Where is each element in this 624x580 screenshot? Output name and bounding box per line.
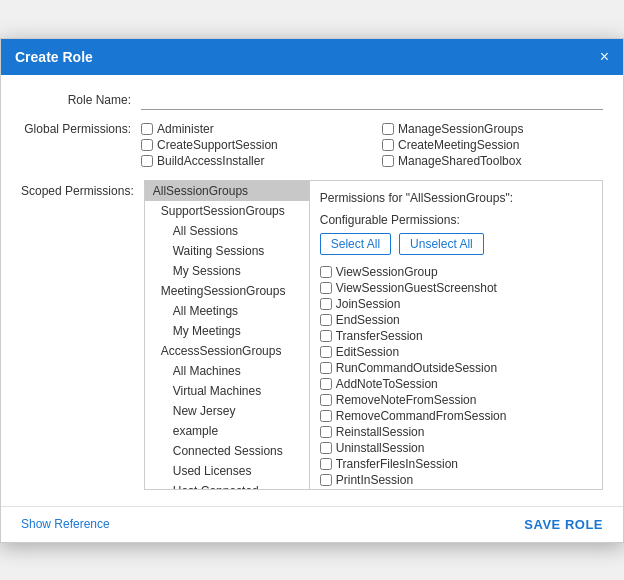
perm-item-view_session_guest_screenshot: ViewSessionGuestScreenshot [320,281,592,295]
global-perm-item-build_access_installer: BuildAccessInstaller [141,154,362,168]
scoped-list-item[interactable]: My Meetings [145,321,309,341]
scoped-list-item[interactable]: My Sessions [145,261,309,281]
perm-item-remove_note_from_session: RemoveNoteFromSession [320,393,592,407]
scoped-list-item[interactable]: Used Licenses [145,461,309,481]
global-perm-item-manage_shared_toolbox: ManageSharedToolbox [382,154,603,168]
scoped-list-item[interactable]: All Meetings [145,301,309,321]
perm-item-run_command_outside_session: RunCommandOutsideSession [320,361,592,375]
global-perm-item-create_meeting_session: CreateMeetingSession [382,138,603,152]
perm-label-uninstall_session: UninstallSession [336,441,425,455]
perm-label-run_command_outside_session: RunCommandOutsideSession [336,361,497,375]
scoped-permissions-label: Scoped Permissions: [21,180,144,198]
perm-label-join_session: JoinSession [336,297,401,311]
unselect-all-button[interactable]: Unselect All [399,233,484,255]
perm-item-end_session: EndSession [320,313,592,327]
perm-checkbox-uninstall_session[interactable] [320,442,332,454]
perm-item-remove_command_from_session: RemoveCommandFromSession [320,409,592,423]
perm-checkbox-transfer_session[interactable] [320,330,332,342]
global-perm-label-create_support_session: CreateSupportSession [157,138,278,152]
perm-label-view_session_group: ViewSessionGroup [336,265,438,279]
scoped-list-item[interactable]: Connected Sessions [145,441,309,461]
role-name-label: Role Name: [21,93,141,107]
perm-checkbox-view_session_group[interactable] [320,266,332,278]
perm-checkbox-run_command_outside_session[interactable] [320,362,332,374]
perm-item-view_session_group: ViewSessionGroup [320,265,592,279]
perm-checkbox-remove_command_from_session[interactable] [320,410,332,422]
global-permissions-grid: AdministerManageSessionGroupsCreateSuppo… [141,122,603,168]
global-permissions-row: Global Permissions: AdministerManageSess… [21,122,603,168]
global-perm-label-manage_session_groups: ManageSessionGroups [398,122,523,136]
scoped-list-item[interactable]: All Sessions [145,221,309,241]
show-reference-link[interactable]: Show Reference [21,517,110,531]
global-perm-item-administer: Administer [141,122,362,136]
role-name-input[interactable] [141,91,603,110]
perm-item-add_note_to_session: AddNoteToSession [320,377,592,391]
scoped-list-item[interactable]: AllSessionGroups [145,181,309,201]
dialog-footer: Show Reference SAVE ROLE [1,506,623,542]
permissions-title: Permissions for "AllSessionGroups": [320,191,592,205]
perm-item-edit_session: EditSession [320,345,592,359]
role-name-row: Role Name: [21,91,603,110]
perm-label-add_note_to_session: AddNoteToSession [336,377,438,391]
perm-label-end_session: EndSession [336,313,400,327]
perm-item-reinstall_session: ReinstallSession [320,425,592,439]
global-perm-checkbox-manage_session_groups[interactable] [382,123,394,135]
global-perm-checkbox-create_meeting_session[interactable] [382,139,394,151]
configurable-label: Configurable Permissions: [320,213,592,227]
perm-item-print_in_session: PrintInSession [320,473,592,487]
scoped-list-item[interactable]: Waiting Sessions [145,241,309,261]
create-role-dialog: Create Role × Role Name: Global Permissi… [0,38,624,543]
global-permissions-label: Global Permissions: [21,122,141,136]
global-perm-checkbox-administer[interactable] [141,123,153,135]
perm-label-print_in_session: PrintInSession [336,473,413,487]
perm-item-join_session: JoinSession [320,297,592,311]
perm-item-transfer_files_in_session: TransferFilesInSession [320,457,592,471]
scoped-list-item[interactable]: SupportSessionGroups [145,201,309,221]
scoped-permissions-row: Scoped Permissions: AllSessionGroupsSupp… [21,180,603,490]
perm-checkbox-remove_note_from_session[interactable] [320,394,332,406]
global-perm-item-manage_session_groups: ManageSessionGroups [382,122,603,136]
global-perm-label-administer: Administer [157,122,214,136]
perm-label-remove_note_from_session: RemoveNoteFromSession [336,393,477,407]
dialog-body: Role Name: Global Permissions: Administe… [1,75,623,506]
perm-item-transfer_session: TransferSession [320,329,592,343]
perm-item-uninstall_session: UninstallSession [320,441,592,455]
perm-label-transfer_files_in_session: TransferFilesInSession [336,457,458,471]
scoped-list-item[interactable]: AccessSessionGroups [145,341,309,361]
perm-checkbox-transfer_files_in_session[interactable] [320,458,332,470]
scoped-list: AllSessionGroupsSupportSessionGroupsAll … [145,181,310,489]
dialog-title: Create Role [15,49,93,65]
scoped-list-item[interactable]: MeetingSessionGroups [145,281,309,301]
perm-checkbox-edit_session[interactable] [320,346,332,358]
global-perm-checkbox-create_support_session[interactable] [141,139,153,151]
scoped-list-item[interactable]: All Machines [145,361,309,381]
perm-checkbox-add_note_to_session[interactable] [320,378,332,390]
perm-checkbox-print_in_session[interactable] [320,474,332,486]
perm-label-view_session_guest_screenshot: ViewSessionGuestScreenshot [336,281,497,295]
close-button[interactable]: × [600,49,609,65]
global-perm-label-create_meeting_session: CreateMeetingSession [398,138,519,152]
scoped-list-item[interactable]: New Jersey [145,401,309,421]
scoped-list-item[interactable]: Virtual Machines [145,381,309,401]
scoped-list-item[interactable]: example [145,421,309,441]
scoped-list-item[interactable]: Host Connected [145,481,309,489]
dialog-header: Create Role × [1,39,623,75]
save-role-button[interactable]: SAVE ROLE [524,517,603,532]
perm-checkbox-end_session[interactable] [320,314,332,326]
select-all-button[interactable]: Select All [320,233,391,255]
global-perm-label-build_access_installer: BuildAccessInstaller [157,154,264,168]
global-perm-item-create_support_session: CreateSupportSession [141,138,362,152]
perm-label-remove_command_from_session: RemoveCommandFromSession [336,409,507,423]
button-row: Select All Unselect All [320,233,592,255]
global-perm-checkbox-manage_shared_toolbox[interactable] [382,155,394,167]
global-perm-label-manage_shared_toolbox: ManageSharedToolbox [398,154,521,168]
permissions-panel: Permissions for "AllSessionGroups": Conf… [310,181,602,489]
scoped-content: AllSessionGroupsSupportSessionGroupsAll … [144,180,603,490]
perm-label-transfer_session: TransferSession [336,329,423,343]
perm-label-reinstall_session: ReinstallSession [336,425,425,439]
perm-checkbox-view_session_guest_screenshot[interactable] [320,282,332,294]
perm-label-edit_session: EditSession [336,345,399,359]
perm-checkbox-reinstall_session[interactable] [320,426,332,438]
global-perm-checkbox-build_access_installer[interactable] [141,155,153,167]
perm-checkbox-join_session[interactable] [320,298,332,310]
